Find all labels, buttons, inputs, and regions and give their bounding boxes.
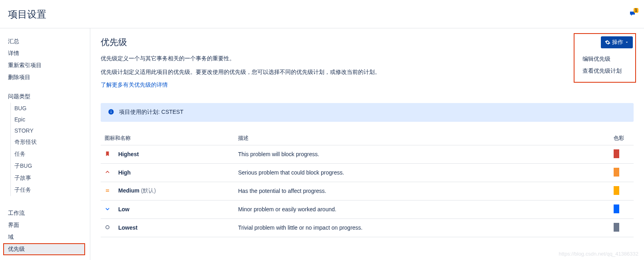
- priority-description: Trivial problem with little or no impact…: [234, 218, 610, 237]
- sidebar-subitem[interactable]: STORY: [0, 125, 90, 136]
- header: 项目设置 1: [0, 0, 644, 28]
- priority-name-cell: Low: [114, 200, 234, 218]
- actions-button[interactable]: 操作: [601, 36, 633, 48]
- page-header-title: 项目设置: [8, 8, 46, 21]
- priority-icon: [101, 218, 114, 237]
- main-content: 操作 编辑优先级查看优先级计划 优先级 优先级定义一个与其它事务相关的一个事务的…: [90, 28, 644, 260]
- actions-button-label: 操作: [612, 39, 623, 46]
- priority-name: Low: [118, 206, 129, 212]
- priority-name: High: [118, 169, 131, 176]
- sidebar-subitem[interactable]: Epic: [0, 114, 90, 125]
- sidebar-item[interactable]: 优先级: [3, 243, 85, 255]
- sidebar-subitem[interactable]: 子BUG: [0, 160, 90, 172]
- color-swatch: [614, 168, 619, 177]
- priority-name: Medium: [118, 187, 139, 194]
- sidebar-section-general: 汇总详情重新索引项目删除项目: [0, 36, 90, 83]
- description-1: 优先级定义一个与其它事务相关的一个事务的重要性。: [101, 54, 634, 63]
- priority-description: Minor problem or easily worked around.: [234, 200, 610, 218]
- feedback-button[interactable]: 1: [629, 10, 636, 19]
- table-row: LowestTrivial problem with little or no …: [101, 218, 634, 237]
- sidebar-item[interactable]: 界面: [0, 219, 90, 231]
- sidebar-item-issue-types[interactable]: 问题类型: [0, 91, 90, 103]
- chevron-down-icon: [625, 40, 629, 44]
- sidebar-subitem[interactable]: BUG: [0, 103, 90, 114]
- default-tag: (默认): [139, 187, 156, 194]
- sidebar-item[interactable]: 重新索引项目: [0, 60, 90, 71]
- priority-color-cell: [610, 218, 634, 237]
- sidebar-subitem[interactable]: 子任务: [0, 184, 90, 196]
- svg-point-3: [106, 226, 109, 229]
- watermark: https://blog.csdn.net/qq_41386332: [559, 251, 639, 257]
- priority-name-cell: Lowest: [114, 218, 234, 237]
- table-row: HighestThis problem will block progress.: [101, 145, 634, 163]
- table-row: Medium (默认)Has the potential to affect p…: [101, 182, 634, 200]
- priority-name-cell: Medium (默认): [114, 182, 234, 200]
- color-swatch: [614, 149, 619, 158]
- priority-icon: [101, 182, 114, 200]
- priority-color-cell: [610, 145, 634, 163]
- priority-icon: [101, 145, 114, 163]
- dropdown-item[interactable]: 查看优先级计划: [577, 65, 633, 77]
- info-icon: [108, 109, 114, 116]
- info-banner-text: 项目使用的计划: CSTEST: [119, 109, 183, 116]
- sidebar-subitem[interactable]: 子故事: [0, 172, 90, 184]
- priority-name-cell: High: [114, 163, 234, 182]
- notification-badge: 1: [634, 8, 638, 13]
- sidebar-section-issue-types: 问题类型 BUGEpicSTORY奇形怪状任务子BUG子故事子任务: [0, 91, 90, 196]
- actions-dropdown: 编辑优先级查看优先级计划: [577, 51, 633, 79]
- column-header-color: 色彩: [610, 131, 634, 145]
- sidebar-subitem[interactable]: 任务: [0, 148, 90, 160]
- sidebar-item[interactable]: 域: [0, 231, 90, 243]
- priority-description: Serious problem that could block progres…: [234, 163, 610, 182]
- sidebar-item[interactable]: 详情: [0, 48, 90, 60]
- actions-panel: 操作 编辑优先级查看优先级计划: [574, 33, 636, 83]
- priority-name: Lowest: [118, 224, 137, 231]
- description-2: 优先级计划定义适用此项目的优先级。要更改使用的优先级，您可以选择不同的优先级计划…: [101, 67, 634, 76]
- column-header-description: 描述: [234, 131, 610, 145]
- info-banner: 项目使用的计划: CSTEST: [101, 103, 634, 122]
- table-row: LowMinor problem or easily worked around…: [101, 200, 634, 218]
- svg-rect-1: [111, 111, 111, 113]
- page-title: 优先级: [101, 36, 634, 48]
- color-swatch: [614, 186, 619, 195]
- dropdown-item[interactable]: 编辑优先级: [577, 53, 633, 65]
- priority-color-cell: [610, 182, 634, 200]
- sidebar: 汇总详情重新索引项目删除项目 问题类型 BUGEpicSTORY奇形怪状任务子B…: [0, 28, 90, 260]
- learn-more-link[interactable]: 了解更多有关优先级的详情: [101, 81, 168, 89]
- priority-color-cell: [610, 200, 634, 218]
- table-row: HighSerious problem that could block pro…: [101, 163, 634, 182]
- sidebar-subitem[interactable]: 奇形怪状: [0, 136, 90, 148]
- color-swatch: [614, 223, 619, 232]
- priority-name: Highest: [118, 151, 139, 157]
- column-header-icon-name: 图标和名称: [101, 131, 234, 145]
- sidebar-item[interactable]: 工作流: [0, 207, 90, 219]
- sidebar-item[interactable]: 删除项目: [0, 71, 90, 83]
- gear-icon: [605, 40, 610, 45]
- priority-table: 图标和名称 描述 色彩 HighestThis problem will blo…: [101, 131, 634, 237]
- priority-name-cell: Highest: [114, 145, 234, 163]
- priority-icon: [101, 163, 114, 182]
- priority-color-cell: [610, 163, 634, 182]
- sidebar-section-config: 工作流界面域优先级: [0, 203, 90, 255]
- priority-icon: [101, 200, 114, 218]
- color-swatch: [614, 204, 619, 213]
- svg-rect-2: [111, 110, 111, 111]
- sidebar-item[interactable]: 汇总: [0, 36, 90, 48]
- priority-description: Has the potential to affect progress.: [234, 182, 610, 200]
- priority-description: This problem will block progress.: [234, 145, 610, 163]
